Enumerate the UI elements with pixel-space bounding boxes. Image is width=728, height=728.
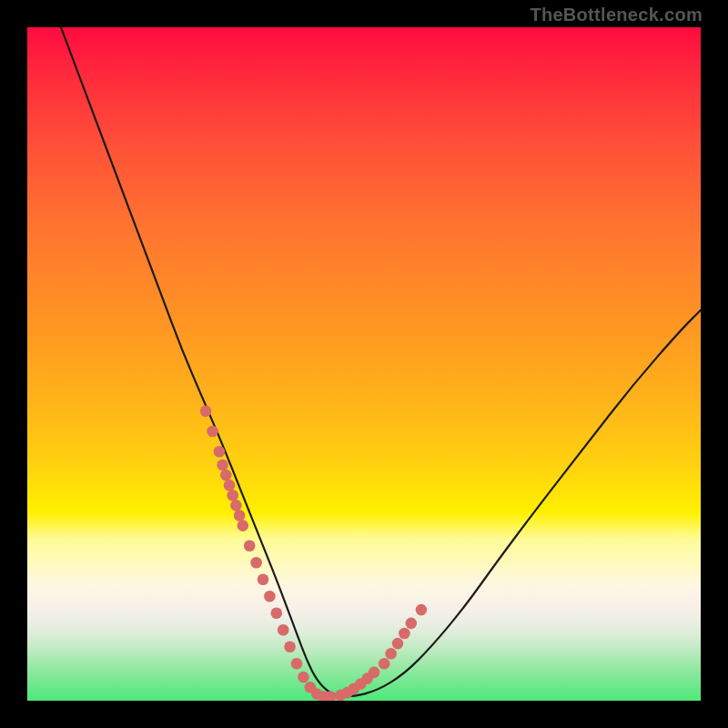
data-point bbox=[379, 658, 390, 670]
data-point bbox=[271, 608, 283, 620]
data-point bbox=[258, 574, 269, 586]
data-point bbox=[230, 500, 242, 511]
data-point bbox=[291, 658, 303, 670]
data-point bbox=[214, 446, 226, 458]
data-point bbox=[406, 618, 418, 630]
data-point bbox=[207, 426, 218, 438]
plot-area bbox=[27, 27, 701, 701]
data-point bbox=[416, 604, 428, 616]
data-point bbox=[392, 638, 404, 650]
data-point bbox=[224, 480, 236, 491]
plot-frame bbox=[27, 27, 701, 701]
data-point bbox=[238, 520, 249, 531]
data-point-markers bbox=[200, 406, 427, 702]
data-point bbox=[250, 557, 262, 569]
data-point bbox=[284, 642, 296, 653]
data-point bbox=[385, 648, 397, 660]
data-point bbox=[298, 672, 309, 683]
data-point bbox=[227, 490, 238, 501]
data-point bbox=[369, 667, 380, 679]
data-point bbox=[399, 628, 410, 640]
data-point bbox=[244, 541, 256, 552]
chart-svg bbox=[27, 27, 701, 701]
data-point bbox=[200, 406, 212, 418]
data-point bbox=[278, 624, 289, 636]
data-point bbox=[220, 470, 232, 481]
attribution-watermark: TheBottleneck.com bbox=[530, 5, 703, 25]
data-point bbox=[234, 510, 246, 521]
data-point bbox=[217, 460, 228, 471]
data-point bbox=[264, 591, 276, 602]
bottleneck-curve bbox=[61, 27, 701, 696]
